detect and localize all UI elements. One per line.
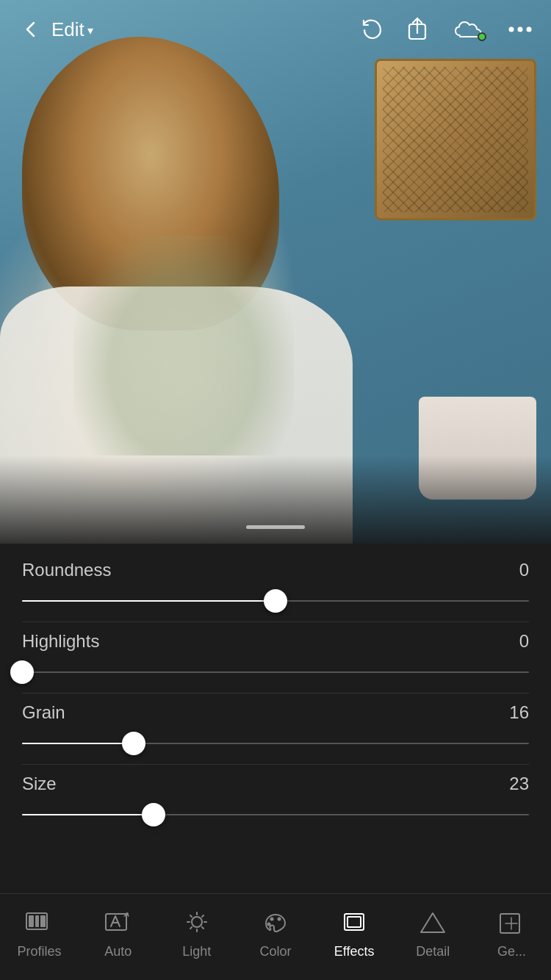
profiles-icon bbox=[24, 907, 56, 940]
photo-leaves bbox=[73, 235, 294, 455]
svg-marker-24 bbox=[421, 913, 444, 932]
nav-item-effects[interactable]: Effects bbox=[315, 900, 394, 967]
roundness-slider-row: Roundness 0 bbox=[22, 551, 529, 621]
svg-line-16 bbox=[202, 927, 204, 929]
cloud-sync-button[interactable] bbox=[448, 13, 489, 46]
back-button[interactable] bbox=[15, 13, 47, 46]
svg-point-21 bbox=[267, 923, 270, 926]
svg-line-15 bbox=[190, 915, 192, 917]
auto-icon bbox=[102, 907, 134, 940]
top-bar: Edit ▾ bbox=[0, 0, 551, 59]
color-icon bbox=[259, 907, 292, 940]
grain-label: Grain bbox=[22, 702, 65, 723]
size-value: 23 bbox=[509, 774, 529, 794]
bottom-nav: Profiles Auto bbox=[0, 893, 551, 980]
highlights-thumb[interactable] bbox=[10, 660, 34, 684]
effects-icon bbox=[338, 907, 370, 940]
nav-item-color[interactable]: Color bbox=[236, 900, 314, 967]
bottom-panel: Roundness 0 Highlights 0 bbox=[0, 544, 551, 980]
highlights-label: Highlights bbox=[22, 631, 99, 652]
roundness-slider[interactable] bbox=[22, 589, 529, 613]
light-label: Light bbox=[182, 944, 211, 959]
svg-point-20 bbox=[277, 918, 281, 921]
nav-item-geometry[interactable]: Ge... bbox=[472, 900, 551, 967]
svg-line-18 bbox=[190, 927, 192, 929]
size-slider[interactable] bbox=[22, 803, 529, 826]
edit-label: Edit bbox=[51, 18, 84, 41]
detail-label: Detail bbox=[416, 944, 450, 959]
highlights-slider-row: Highlights 0 bbox=[22, 622, 529, 693]
photo-area: Edit ▾ bbox=[0, 0, 551, 544]
geometry-label: Ge... bbox=[497, 944, 526, 959]
highlights-label-row: Highlights 0 bbox=[22, 631, 529, 652]
more-options-button[interactable] bbox=[504, 13, 536, 46]
scroll-indicator bbox=[246, 525, 305, 529]
color-label: Color bbox=[259, 944, 291, 959]
roundness-label: Roundness bbox=[22, 560, 111, 580]
svg-line-17 bbox=[202, 915, 204, 917]
highlights-slider[interactable] bbox=[22, 660, 529, 684]
nav-item-light[interactable]: Light bbox=[157, 900, 236, 967]
grain-fill bbox=[22, 743, 134, 744]
grain-thumb[interactable] bbox=[122, 732, 145, 755]
chevron-down-icon: ▾ bbox=[87, 24, 93, 37]
svg-point-1 bbox=[509, 27, 514, 32]
profiles-label: Profiles bbox=[18, 944, 62, 959]
top-bar-right bbox=[354, 13, 536, 46]
undo-button[interactable] bbox=[354, 13, 386, 46]
nav-item-detail[interactable]: Detail bbox=[394, 900, 472, 967]
svg-point-10 bbox=[192, 917, 202, 927]
grain-value: 16 bbox=[509, 702, 529, 723]
grain-slider-row: Grain 16 bbox=[22, 693, 529, 764]
roundness-value: 0 bbox=[519, 560, 529, 580]
photo-overlay bbox=[0, 455, 551, 544]
highlights-value: 0 bbox=[519, 631, 529, 652]
photo-basket bbox=[375, 59, 536, 220]
sync-status-dot bbox=[478, 32, 486, 41]
svg-point-9 bbox=[126, 912, 129, 915]
roundness-thumb[interactable] bbox=[264, 589, 287, 613]
size-label-row: Size 23 bbox=[22, 774, 529, 794]
svg-point-3 bbox=[527, 27, 532, 32]
auto-label: Auto bbox=[104, 944, 132, 959]
svg-rect-7 bbox=[40, 915, 46, 927]
svg-rect-23 bbox=[347, 917, 361, 927]
size-thumb[interactable] bbox=[142, 803, 165, 826]
share-button[interactable] bbox=[401, 13, 433, 46]
effects-label: Effects bbox=[334, 944, 375, 959]
geometry-icon bbox=[495, 907, 527, 940]
size-label: Size bbox=[22, 774, 57, 794]
grain-slider[interactable] bbox=[22, 732, 529, 755]
top-bar-left: Edit ▾ bbox=[15, 13, 93, 46]
light-icon bbox=[181, 907, 213, 940]
svg-point-19 bbox=[270, 918, 273, 921]
svg-rect-5 bbox=[29, 915, 34, 927]
highlights-track bbox=[22, 671, 529, 673]
sliders-area: Roundness 0 Highlights 0 bbox=[0, 544, 551, 893]
nav-item-auto[interactable]: Auto bbox=[79, 900, 157, 967]
detail-icon bbox=[417, 907, 449, 940]
size-slider-row: Size 23 bbox=[22, 765, 529, 835]
svg-rect-6 bbox=[35, 915, 39, 927]
size-fill bbox=[22, 814, 154, 815]
edit-dropdown[interactable]: Edit ▾ bbox=[51, 18, 93, 41]
roundness-label-row: Roundness 0 bbox=[22, 560, 529, 580]
grain-label-row: Grain 16 bbox=[22, 702, 529, 723]
roundness-fill bbox=[22, 600, 276, 602]
nav-item-profiles[interactable]: Profiles bbox=[0, 900, 79, 967]
svg-point-2 bbox=[518, 27, 523, 32]
